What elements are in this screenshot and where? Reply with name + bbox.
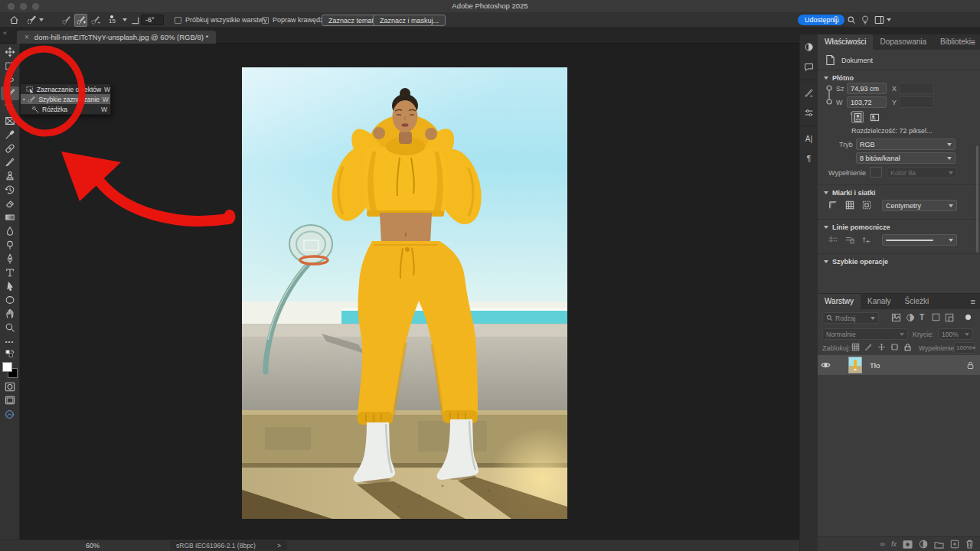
brush-size-picker[interactable]: 15 [109,12,116,28]
rulers-grids-section-header[interactable]: Miarki i siatki [824,189,876,197]
properties-scrollbar[interactable] [976,145,978,253]
new-group-button[interactable] [934,540,944,549]
filter-shape-layers-button[interactable] [932,313,940,321]
foreground-background-swatches[interactable] [2,361,18,380]
sample-all-layers-checkbox[interactable]: Próbkuj wszystkie warstwy [175,12,267,28]
filter-adjustment-layers-button[interactable] [906,313,915,322]
add-layer-mask-button[interactable] [903,540,913,549]
layer-name[interactable]: Tło [870,361,880,370]
move-tool[interactable] [1,45,19,59]
units-dropdown[interactable]: Centymetry [882,200,957,211]
panel-menu-icon[interactable]: ≡ [971,37,975,47]
brush-tool[interactable] [1,155,19,169]
tab-layers[interactable]: Warstwy [818,294,861,309]
zoom-tool[interactable] [1,321,19,334]
lock-position-button[interactable] [877,343,886,351]
app-badge-icon[interactable] [1,407,19,421]
new-layer-button[interactable] [950,540,959,549]
foreground-color-swatch[interactable] [2,362,12,372]
rulers-toggle-button[interactable] [827,199,839,211]
subtract-from-selection-mode-button[interactable] [89,14,102,27]
tab-paths[interactable]: Ścieżki [898,294,936,309]
brush-angle-field[interactable]: -6° [141,15,164,25]
marquee-tool[interactable] [1,59,19,73]
collapse-tabs-icon[interactable]: « [3,29,7,37]
quick-selection-tool[interactable] [1,86,19,100]
blur-tool[interactable] [1,224,19,238]
shape-tool[interactable] [1,293,19,307]
select-subject-button[interactable]: Zaznacz temat [322,15,381,26]
canvas-section-header[interactable]: Płótno [824,74,854,82]
filter-smart-objects-button[interactable] [945,313,954,322]
refine-edge-checkbox[interactable]: Popraw krawędź [262,12,324,28]
lasso-tool[interactable] [1,73,19,86]
tab-adjustments[interactable]: Dopasowania [873,34,933,50]
lock-pixels-button[interactable] [864,343,873,351]
quick-mask-button[interactable] [1,380,19,393]
tab-properties[interactable]: Właściwości [818,34,873,50]
layer-thumbnail[interactable] [848,357,862,373]
history-brush-tool[interactable] [1,183,19,197]
brush-size-chevron[interactable] [122,12,127,28]
lock-transparency-button[interactable] [851,343,860,351]
mode-dropdown[interactable]: RGB [856,139,956,150]
fill-swatch[interactable] [870,167,882,178]
document-image[interactable] [242,67,567,519]
brush-settings-panel-button[interactable] [802,85,817,100]
lock-artboard-button[interactable] [890,343,899,351]
bit-depth-dropdown[interactable]: 8 bitów/kanał [856,152,956,164]
lock-guides-button[interactable] [844,233,856,246]
guide-style-dropdown[interactable] [882,234,957,246]
default-colors-button[interactable] [1,348,19,359]
canvas-area[interactable] [20,44,799,540]
type-tool[interactable] [1,266,19,279]
eraser-tool[interactable] [1,197,19,210]
discover-button[interactable] [861,12,870,28]
edit-toolbar-button[interactable]: ••• [1,334,19,348]
healing-brush-tool[interactable] [1,142,19,155]
link-layers-button[interactable]: ∞ [880,540,885,548]
workspace-switcher[interactable] [874,12,891,28]
dodge-tool[interactable] [1,238,19,252]
tab-channels[interactable]: Kanały [861,294,898,309]
menu-item-object-selection[interactable]: Zaznaczanie obiektów W [21,84,110,94]
filtering-toggle[interactable] [965,315,971,320]
grid-toggle-button[interactable] [844,199,856,211]
quick-actions-section-header[interactable]: Szybkie operacje [824,258,888,266]
guides-section-header[interactable]: Linie pomocnicze [824,223,890,231]
landscape-orientation-button[interactable] [868,111,880,123]
screen-mode-button[interactable] [1,393,19,407]
gradient-tool[interactable] [1,210,19,224]
home-button[interactable] [9,12,19,28]
lock-all-button[interactable] [903,343,912,351]
menu-item-quick-selection[interactable]: • Szybkie zaznaczanie W [21,94,110,104]
crop-tool[interactable] [1,100,19,114]
select-and-mask-button[interactable]: Zaznacz i maskuj... [373,15,446,26]
clone-stamp-tool[interactable] [1,169,19,183]
add-to-selection-mode-button[interactable] [74,14,87,27]
layer-visibility-toggle[interactable] [818,361,833,369]
menu-item-magic-wand[interactable]: Różdżka W [21,104,110,114]
delete-layer-button[interactable] [965,540,974,549]
status-chevron-icon[interactable]: > [277,542,281,549]
eyedropper-tool[interactable] [1,128,19,142]
height-field[interactable]: 103,72 cm [847,96,887,108]
hand-tool[interactable] [1,307,19,321]
width-field[interactable]: 74,93 cm [847,83,887,94]
character-panel-button[interactable]: A| [802,131,817,146]
new-adjustment-layer-button[interactable] [919,540,928,549]
layer-filter-dropdown[interactable]: Rodzaj [822,312,879,324]
panel-menu-icon[interactable]: ≡ [971,297,975,306]
document-info[interactable]: sRGB IEC61966-2.1 (8bpc) > [170,541,287,550]
zoom-level-field[interactable]: 60% [86,542,100,549]
document-tab[interactable]: × dom-hill-nimEITcTNyY-unsplash.jpg @ 60… [17,31,216,44]
new-guide-layout-button[interactable] [861,233,873,246]
frame-tool[interactable] [1,114,19,128]
comments-panel-button[interactable] [802,59,817,74]
slices-toggle-button[interactable] [861,199,873,211]
tool-preset-picker[interactable] [26,12,44,28]
paragraph-panel-button[interactable]: ¶ [802,151,817,166]
guides-toggle-button[interactable] [827,233,839,246]
link-dimensions-icon[interactable] [825,83,833,106]
layer-row[interactable]: Tło [818,355,980,375]
